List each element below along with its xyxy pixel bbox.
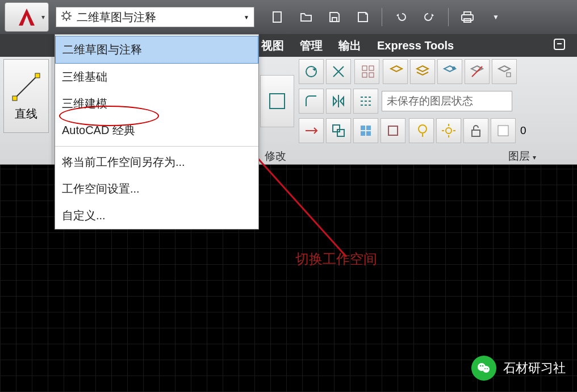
- stretch-icon[interactable]: [299, 118, 324, 143]
- saveas-icon[interactable]: [353, 9, 373, 25]
- title-bar: ▾ 二维草图与注释 ▼ ▼: [0, 0, 577, 34]
- svg-rect-25: [361, 131, 365, 136]
- svg-rect-23: [361, 126, 365, 130]
- panel-toggle-icon[interactable]: [553, 38, 566, 53]
- svg-rect-5: [464, 12, 471, 15]
- dropdown-arrow-icon: ▼: [244, 14, 249, 20]
- svg-point-39: [483, 366, 490, 373]
- quick-access-toolbar: ▼: [268, 8, 505, 26]
- svg-rect-10: [35, 73, 40, 78]
- layer-state-text: 未保存的图层状态: [387, 94, 473, 109]
- svg-rect-2: [332, 18, 337, 22]
- svg-point-13: [306, 66, 316, 77]
- svg-rect-1: [273, 12, 281, 22]
- panel-layer-label[interactable]: 图层 ▾: [508, 149, 570, 164]
- svg-point-30: [446, 128, 451, 134]
- qat-chevron-icon[interactable]: ▼: [486, 9, 505, 25]
- tab-output[interactable]: 输出: [338, 38, 361, 53]
- workspace-settings[interactable]: 工作空间设置...: [55, 176, 258, 202]
- erase-icon[interactable]: [381, 118, 405, 143]
- open-icon[interactable]: [296, 9, 316, 25]
- workspace-selected-label: 二维草图与注释: [77, 10, 156, 25]
- fillet-icon[interactable]: [299, 89, 324, 114]
- svg-rect-21: [333, 125, 340, 132]
- layer-freeze-icon[interactable]: [437, 59, 462, 84]
- redo-icon[interactable]: [420, 9, 439, 25]
- line-tool-button[interactable]: 直线: [3, 59, 49, 133]
- sun-icon[interactable]: [436, 118, 461, 143]
- svg-rect-17: [369, 73, 374, 77]
- tab-express[interactable]: Express Tools: [377, 39, 454, 52]
- explode-icon[interactable]: [353, 118, 378, 143]
- svg-point-42: [484, 368, 486, 369]
- new-icon[interactable]: [268, 9, 287, 25]
- svg-point-41: [482, 365, 484, 367]
- bulb-icon[interactable]: [409, 118, 434, 143]
- svg-point-40: [480, 365, 482, 367]
- panel-draw: 直线: [0, 57, 52, 164]
- svg-rect-15: [369, 66, 374, 70]
- tab-view[interactable]: 视图: [261, 38, 284, 53]
- layer-color-icon[interactable]: [491, 118, 516, 143]
- move-button[interactable]: [260, 75, 294, 127]
- workspace-item-3d-modeling[interactable]: 三维建模: [55, 90, 258, 117]
- undo-icon[interactable]: [391, 9, 411, 25]
- scale-icon[interactable]: [326, 118, 351, 143]
- svg-rect-22: [337, 130, 344, 136]
- watermark: 石材研习社: [471, 356, 566, 381]
- watermark-text: 石材研习社: [503, 360, 566, 377]
- workspace-dropdown: 二维草图与注释 三维基础 三维建模 AutoCAD 经典 将当前工作空间另存为.…: [55, 34, 259, 230]
- svg-rect-36: [498, 126, 508, 136]
- app-menu-button[interactable]: ▾: [5, 2, 49, 32]
- svg-point-43: [487, 368, 488, 369]
- workspace-selector[interactable]: 二维草图与注释 ▼: [56, 7, 254, 27]
- svg-rect-11: [12, 96, 17, 101]
- layer-zero-label: 0: [520, 124, 526, 137]
- workspace-save-as[interactable]: 将当前工作空间另存为...: [55, 149, 258, 176]
- chevron-down-icon: ▾: [41, 13, 45, 21]
- unlock-icon[interactable]: [463, 118, 488, 143]
- tab-manage[interactable]: 管理: [300, 38, 323, 53]
- svg-point-0: [64, 13, 69, 19]
- svg-line-9: [15, 76, 37, 98]
- svg-rect-26: [366, 131, 371, 136]
- offset-icon[interactable]: [353, 89, 378, 114]
- svg-point-3: [365, 12, 367, 15]
- layer-iso-icon[interactable]: [410, 59, 435, 84]
- array-icon[interactable]: [354, 59, 379, 84]
- wechat-icon: [471, 356, 496, 381]
- workspace-item-2d[interactable]: 二维草图与注释: [55, 36, 258, 64]
- layer-state-selector[interactable]: 未保存的图层状态: [382, 91, 512, 111]
- mirror-icon[interactable]: [326, 89, 351, 114]
- print-icon[interactable]: [458, 9, 477, 25]
- layer-lock-icon[interactable]: [492, 59, 517, 84]
- line-tool-label: 直线: [15, 106, 37, 122]
- svg-rect-8: [557, 43, 562, 44]
- workspace-item-3d-basics[interactable]: 三维基础: [55, 64, 258, 90]
- panel-modify-label[interactable]: 修改: [265, 149, 286, 164]
- svg-rect-24: [366, 126, 371, 130]
- svg-rect-35: [472, 130, 480, 136]
- rotate-icon[interactable]: [299, 59, 324, 84]
- svg-rect-20: [507, 73, 511, 77]
- svg-point-18: [452, 66, 455, 70]
- trim-icon[interactable]: [326, 59, 351, 84]
- workspace-item-classic[interactable]: AutoCAD 经典: [55, 117, 258, 144]
- svg-rect-16: [362, 73, 367, 77]
- gear-icon: [61, 10, 72, 24]
- annotation-text: 切换工作空间: [295, 250, 377, 268]
- svg-rect-12: [270, 94, 285, 109]
- save-icon[interactable]: [325, 9, 344, 25]
- svg-rect-27: [388, 126, 398, 135]
- workspace-customize[interactable]: 自定义...: [55, 202, 258, 229]
- layer-prop-icon[interactable]: [383, 59, 408, 84]
- svg-point-28: [419, 125, 427, 133]
- svg-rect-14: [362, 66, 367, 70]
- layer-off-icon[interactable]: [465, 59, 490, 84]
